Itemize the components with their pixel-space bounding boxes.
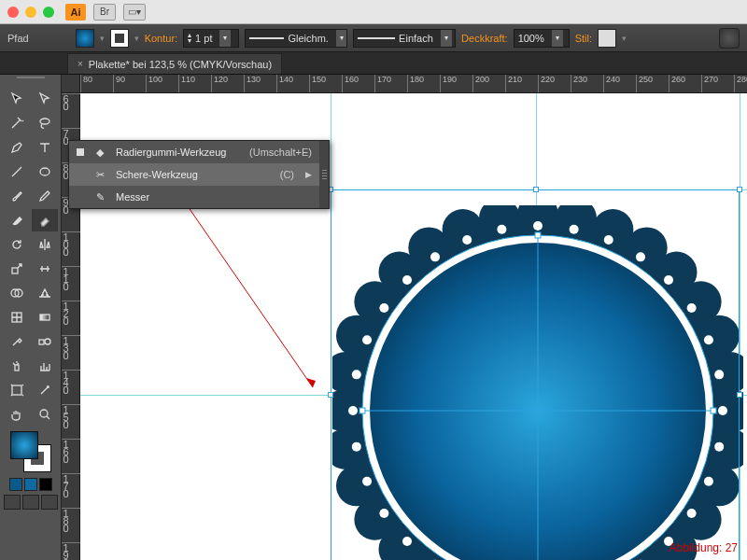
selection-type-label: Pfad (7, 33, 29, 44)
stroke-corner-dropdown[interactable]: Einfach ▾ (353, 29, 456, 48)
line-tool[interactable] (4, 161, 30, 183)
svg-line-87 (177, 191, 313, 387)
horizontal-ruler[interactable]: 8090100110120130140150160170180190200210… (80, 75, 747, 93)
flyout-label: Radiergummi-Werkzeug (116, 147, 226, 158)
selection-handle[interactable] (737, 392, 742, 398)
blob-brush-tool[interactable] (4, 209, 30, 231)
svg-point-1 (40, 168, 49, 175)
close-icon[interactable] (7, 7, 19, 18)
recolor-button[interactable] (719, 28, 740, 49)
chevron-down-icon[interactable]: ▾ (219, 30, 231, 47)
paintbrush-tool[interactable] (4, 185, 30, 207)
reflect-tool[interactable] (32, 233, 58, 256)
chevron-down-icon[interactable]: ▾ (336, 30, 346, 47)
opacity-label: Deckkraft: (461, 33, 508, 44)
svg-rect-10 (12, 385, 21, 395)
document-tab[interactable]: × Plakette* bei 123,5 % (CMYK/Vorschau) (67, 53, 282, 74)
color-swatch[interactable] (24, 478, 37, 491)
style-label: Stil: (575, 33, 592, 44)
svg-point-0 (40, 119, 49, 124)
perspective-grid-tool[interactable] (32, 282, 58, 304)
minimize-icon[interactable] (25, 7, 36, 18)
chevron-down-icon[interactable]: ▾ (100, 34, 105, 43)
flyout-shortcut: (C) (280, 169, 294, 180)
stroke-weight-input[interactable]: ▴▾ 1 pt ▾ (183, 29, 239, 48)
gradient-tool[interactable] (32, 306, 58, 329)
chevron-down-icon[interactable]: ▾ (441, 30, 452, 47)
ruler-origin[interactable] (62, 75, 80, 93)
rotate-tool[interactable] (4, 233, 30, 256)
scissors-icon: ✂ (92, 169, 108, 181)
close-tab-icon[interactable]: × (78, 59, 83, 69)
control-bar: Pfad ▾ ▾ Kontur: ▴▾ 1 pt ▾ Gleichm. ▾ Ei… (0, 24, 747, 52)
selection-tool[interactable] (4, 88, 30, 110)
color-swatch[interactable] (9, 478, 22, 491)
eyedropper-tool[interactable] (4, 330, 30, 353)
selection-handle[interactable] (533, 187, 539, 192)
fill-stroke-control[interactable] (10, 431, 51, 472)
slice-tool[interactable] (32, 379, 58, 401)
flyout-item-knife[interactable]: ✎ Messer (69, 186, 319, 208)
scale-tool[interactable] (4, 258, 30, 280)
opacity-input[interactable]: 100% ▾ (514, 29, 570, 48)
color-mode-row (9, 478, 52, 491)
direct-selection-tool[interactable] (32, 88, 58, 110)
tool-flyout-menu: ◆ Radiergummi-Werkzeug (Umschalt+E) ✂ Sc… (68, 140, 330, 209)
draw-normal[interactable] (4, 495, 21, 510)
flyout-label: Schere-Werkzeug (116, 169, 198, 180)
lasso-tool[interactable] (32, 112, 58, 134)
eraser-tool[interactable] (32, 209, 58, 231)
figure-caption: Abbildung: 27 (669, 541, 738, 554)
stroke-label: Kontur: (145, 33, 177, 44)
arrange-button[interactable]: ▭▾ (123, 4, 146, 21)
panel-grip[interactable] (3, 77, 59, 86)
screen-mode-row (4, 495, 58, 510)
svg-marker-88 (306, 378, 316, 387)
submenu-arrow-icon: ▶ (305, 170, 312, 179)
svg-rect-7 (39, 340, 44, 344)
graph-tool[interactable] (32, 355, 58, 377)
stroke-swatch[interactable] (110, 29, 129, 48)
chevron-down-icon[interactable]: ▾ (622, 34, 627, 43)
blend-tool[interactable] (32, 330, 58, 353)
symbol-sprayer-tool[interactable] (4, 355, 30, 377)
draw-behind[interactable] (22, 495, 39, 510)
magic-wand-tool[interactable] (4, 112, 30, 134)
pencil-tool[interactable] (32, 185, 58, 207)
artboard-tool[interactable] (4, 379, 30, 401)
knife-icon: ✎ (92, 191, 108, 203)
pen-tool[interactable] (4, 136, 30, 159)
svg-rect-9 (15, 365, 19, 371)
stroke-weight-value: 1 pt (195, 33, 212, 44)
chevron-down-icon[interactable]: ▾ (134, 34, 139, 43)
selection-handle[interactable] (737, 187, 742, 192)
type-tool[interactable] (32, 136, 58, 159)
bridge-button[interactable]: Br (93, 4, 116, 21)
active-marker (77, 148, 84, 156)
none-swatch[interactable] (39, 478, 52, 491)
fill-box[interactable] (10, 431, 38, 459)
width-tool[interactable] (32, 258, 58, 280)
maximize-icon[interactable] (43, 7, 54, 18)
annotation-arrow (168, 187, 336, 401)
shape-builder-tool[interactable] (4, 282, 30, 304)
selection-bounds[interactable] (331, 189, 740, 560)
zoom-tool[interactable] (32, 403, 58, 426)
fill-swatch[interactable] (76, 29, 94, 48)
mesh-tool[interactable] (4, 306, 30, 329)
flyout-item-scissors[interactable]: ✂ Schere-Werkzeug (C) ▶ (69, 163, 319, 186)
traffic-lights (7, 7, 54, 18)
toolbox (0, 75, 62, 560)
style-swatch[interactable] (598, 29, 616, 48)
draw-inside[interactable] (41, 495, 58, 510)
chevron-down-icon[interactable]: ▾ (552, 30, 563, 47)
stroke-cap-dropdown[interactable]: Gleichm. ▾ (245, 29, 347, 48)
opacity-value: 100% (518, 33, 544, 44)
hand-tool[interactable] (4, 403, 30, 426)
svg-rect-2 (12, 268, 18, 273)
flyout-tearoff-grip[interactable] (319, 141, 329, 208)
flyout-item-eraser[interactable]: ◆ Radiergummi-Werkzeug (Umschalt+E) (69, 141, 319, 163)
window-titlebar: Ai Br ▭▾ (0, 0, 747, 24)
ellipse-tool[interactable] (32, 161, 58, 183)
svg-point-8 (45, 339, 50, 344)
